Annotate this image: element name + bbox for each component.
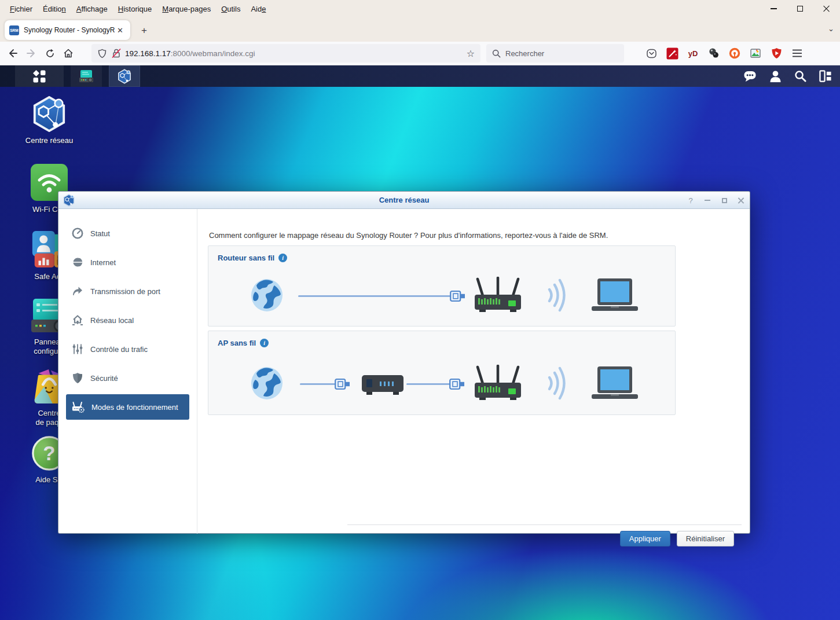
browser-tabbar: SRM Synology Router - SynologyRou ✕ + ⌄ xyxy=(0,17,840,42)
apply-button[interactable]: Appliquer xyxy=(620,531,670,546)
orange-ring-icon xyxy=(729,47,740,59)
shield-play-icon xyxy=(771,47,782,59)
home-button[interactable] xyxy=(59,45,78,62)
window-title: Centre réseau xyxy=(58,196,750,204)
ethernet-connector-icon xyxy=(449,378,465,390)
notifications-icon[interactable] xyxy=(743,70,757,83)
tracking-shield-icon[interactable] xyxy=(97,49,107,58)
maximize-icon xyxy=(722,198,727,203)
ethernet-cable xyxy=(298,295,452,297)
back-icon xyxy=(8,48,18,58)
image-extension-button[interactable] xyxy=(749,47,762,60)
info-icon[interactable]: i xyxy=(278,254,287,262)
list-all-tabs-button[interactable]: ⌄ xyxy=(828,24,834,33)
info-icon[interactable]: i xyxy=(260,339,269,347)
pocket-button[interactable] xyxy=(645,47,658,60)
home-icon xyxy=(63,48,74,58)
close-icon xyxy=(823,5,830,12)
back-button[interactable] xyxy=(3,45,22,62)
browser-navbar: 192.168.1.17:8000/webman/index.cgi ☆ yD xyxy=(0,42,840,65)
main-menu-button[interactable] xyxy=(15,65,64,87)
buttons-divider xyxy=(347,524,742,525)
apps-grid-icon xyxy=(32,69,46,83)
ethernet-connector-icon xyxy=(450,290,465,302)
srm-search-icon[interactable] xyxy=(794,70,806,82)
app-menu-button[interactable] xyxy=(791,47,804,60)
insecure-lock-icon[interactable] xyxy=(111,48,122,58)
close-icon xyxy=(738,197,744,204)
menu-affichage[interactable]: Affichage xyxy=(71,2,113,16)
dialog-maximize-button[interactable] xyxy=(720,196,728,204)
desktop-icon-network-center[interactable]: Centre réseau xyxy=(16,96,83,145)
dialog-help-button[interactable]: ? xyxy=(687,196,695,204)
url-bar[interactable]: 192.168.1.17:8000/webman/index.cgi ☆ xyxy=(91,44,480,63)
osm-extension-button[interactable] xyxy=(728,47,741,60)
sidebar-item-internet[interactable]: Internet xyxy=(66,250,189,275)
forward-button[interactable] xyxy=(22,45,41,62)
new-tab-button[interactable]: + xyxy=(137,24,152,38)
globe-icon xyxy=(72,256,83,268)
menu-aide[interactable]: Aide xyxy=(245,2,271,16)
laptop-icon xyxy=(592,278,638,312)
ethernet-cable xyxy=(300,383,336,385)
tab-title: Synology Router - SynologyRou xyxy=(24,26,115,34)
reset-button[interactable]: Réinitialiser xyxy=(677,531,734,546)
sidebar-item-port-forwarding[interactable]: Transmission de port xyxy=(66,278,189,304)
sidebar-item-traffic-control[interactable]: Contrôle du trafic xyxy=(66,336,189,362)
network-center-window: Centre réseau ? Statut Internet xyxy=(58,191,750,534)
mode-panel-wireless-ap[interactable]: AP sans fil i xyxy=(208,331,676,415)
reload-icon xyxy=(45,49,55,58)
picture-icon xyxy=(750,47,761,59)
srm-favicon: SRM xyxy=(9,25,19,35)
spheres-icon xyxy=(708,47,720,59)
network-center-mini-icon xyxy=(117,69,132,84)
window-minimize-button[interactable] xyxy=(760,0,787,17)
menu-marque-pages[interactable]: Marque-pages xyxy=(157,2,216,16)
sidebar-item-security[interactable]: Sécurité xyxy=(66,365,189,391)
ethernet-connector-icon xyxy=(335,378,350,390)
search-input[interactable] xyxy=(505,49,604,58)
dialog-content: Comment configurer le mappage réseau du … xyxy=(198,209,750,534)
router-icon xyxy=(474,277,522,314)
menu-fichier[interactable]: Fichier xyxy=(5,2,38,16)
sidebar-item-operation-modes[interactable]: Modes de fonctionnement xyxy=(66,394,189,420)
screenshot-extension-button[interactable] xyxy=(666,47,678,60)
minimize-icon xyxy=(705,200,710,201)
ethernet-cable xyxy=(406,383,450,385)
taskbar-control-panel-button[interactable] xyxy=(71,65,102,87)
adblock-extension-button[interactable] xyxy=(770,47,783,60)
router-icon xyxy=(474,365,522,402)
ydownloader-extension-button[interactable]: yD xyxy=(687,47,699,60)
browser-tab[interactable]: SRM Synology Router - SynologyRou ✕ xyxy=(5,20,130,40)
ydownloader-badge: yD xyxy=(688,49,698,58)
laptop-icon xyxy=(592,366,638,400)
menu-historique[interactable]: Historique xyxy=(113,2,157,16)
search-bar[interactable] xyxy=(486,44,624,63)
sidebar-item-local-network[interactable]: Réseau local xyxy=(66,307,189,333)
tab-close-icon[interactable]: ✕ xyxy=(115,25,126,36)
svg-text:?: ? xyxy=(43,442,55,464)
spheres-extension-button[interactable] xyxy=(707,47,720,60)
menu-outils[interactable]: Outils xyxy=(216,2,245,16)
window-titlebar[interactable]: Centre réseau ? xyxy=(58,192,750,209)
forward-icon xyxy=(26,48,36,58)
pocket-icon xyxy=(646,48,657,59)
bookmark-star-icon[interactable]: ☆ xyxy=(467,48,475,59)
widgets-icon[interactable] xyxy=(819,70,832,82)
taskbar-network-center-button[interactable] xyxy=(109,65,140,87)
reload-button[interactable] xyxy=(41,45,59,62)
user-icon[interactable] xyxy=(769,70,782,83)
home-network-icon xyxy=(72,314,83,326)
sidebar-item-statut[interactable]: Statut xyxy=(66,221,189,246)
browser-menubar: Fichier Édition Affichage Historique Mar… xyxy=(0,0,840,17)
control-panel-mini-icon xyxy=(79,69,94,83)
dialog-minimize-button[interactable] xyxy=(703,196,711,204)
menu-edition[interactable]: Édition xyxy=(38,2,71,16)
window-close-button[interactable] xyxy=(813,0,840,17)
mode-panel-wireless-router[interactable]: Routeur sans fil i xyxy=(208,245,676,326)
dialog-close-button[interactable] xyxy=(737,196,745,204)
modem-icon xyxy=(362,373,404,397)
window-maximize-button[interactable] xyxy=(787,0,813,17)
srm-desktop: Centre réseau Wi-Fi Con Safe Acc xyxy=(0,87,840,620)
panel-title: AP sans fil xyxy=(218,339,256,347)
